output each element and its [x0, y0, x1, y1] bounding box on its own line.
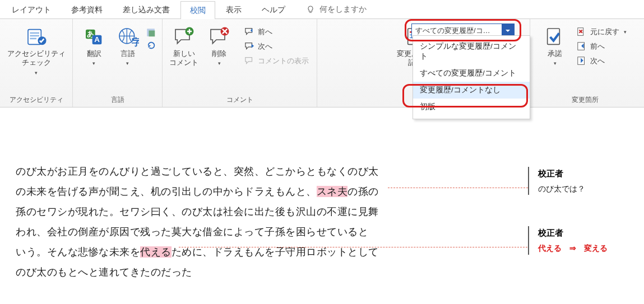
svg-rect-1: [30, 32, 39, 34]
display-for-review-menu: シンプルな変更履歴/コメント すべての変更履歴/コメント 変更履歴/コメントなし…: [413, 35, 530, 119]
combo-selected-text: すべての変更履歴/コ…: [412, 26, 502, 36]
delete-comment-icon: [208, 26, 230, 48]
tab-mailings[interactable]: 差し込み文書: [113, 1, 179, 18]
text-line: いう。そんな悲惨な未来を代えるために、ドラえもんを子守用ロボットとして: [16, 242, 521, 262]
tracked-insertion: 代える: [140, 246, 172, 258]
svg-text:字: 字: [131, 37, 138, 48]
group-label-changes: 変更箇所: [572, 92, 599, 106]
reject-icon: [577, 27, 587, 37]
new-comment-button[interactable]: 新しい コメント: [167, 22, 201, 71]
accept-change-button[interactable]: 承諾 ▾: [540, 22, 570, 69]
combo-option-original[interactable]: 初版: [413, 99, 530, 115]
comment-connector-line: [179, 247, 527, 247]
comment-balloon[interactable]: 校正者 のび太では？: [528, 167, 608, 195]
ribbon-body: アクセシビリティ チェック ▾ アクセシビリティ あ A 翻訳 ▾: [0, 19, 644, 107]
svg-rect-3: [30, 38, 36, 40]
next-change-button[interactable]: 次へ: [573, 55, 630, 67]
combo-option-simple[interactable]: シンプルな変更履歴/コメント: [413, 38, 530, 65]
tab-layout[interactable]: レイアウト: [2, 1, 61, 18]
text-line: の未来を告げる声が聞こえ、机の引出しの中からドラえもんと、スネ夫の孫の: [16, 181, 521, 202]
lightbulb-icon: [306, 5, 315, 14]
reject-change-button[interactable]: 元に戻す ▾: [573, 26, 630, 38]
dropdown-caret-icon: ▾: [218, 60, 221, 66]
comment-author: 校正者: [538, 226, 608, 240]
tracked-insertion: スネ夫: [317, 186, 348, 197]
accessibility-icon: [25, 26, 48, 48]
tab-references[interactable]: 参考資料: [62, 1, 112, 18]
show-comments-button: コメントの表示: [241, 55, 312, 67]
prev-comment-icon: [244, 27, 254, 37]
language-icon: 字: [117, 26, 139, 48]
previous-change-button[interactable]: 前へ: [573, 40, 630, 53]
translate-button[interactable]: あ A 翻訳 ▾: [79, 22, 109, 69]
svg-rect-12: [149, 31, 155, 37]
accessibility-check-button[interactable]: アクセシビリティ チェック ▾: [5, 22, 68, 79]
prev-change-icon: [577, 41, 587, 52]
new-comment-icon: [173, 26, 195, 48]
update-input-icon[interactable]: [146, 28, 156, 38]
group-label-language: 言語: [111, 92, 124, 106]
dropdown-caret-icon: ▾: [126, 60, 129, 66]
combo-option-none[interactable]: 変更履歴/コメントなし: [413, 82, 530, 99]
svg-rect-2: [30, 35, 39, 37]
document-area: のび太がお正月をのんびりと過ごしていると、突然、どこからともなくのび太 の未来を…: [0, 107, 644, 282]
tell-me-search[interactable]: 何をしますか: [306, 4, 367, 15]
comment-body: のび太では？: [538, 183, 608, 195]
group-label-comment: コメント: [226, 92, 253, 106]
next-comment-icon: [244, 41, 254, 52]
delete-comment-button[interactable]: 削除 ▾: [204, 22, 234, 69]
next-change-icon: [577, 56, 587, 66]
show-comments-icon: [244, 56, 254, 66]
translate-icon: あ A: [83, 26, 105, 48]
language-button[interactable]: 字 言語 ▾: [113, 22, 143, 69]
comment-author: 校正者: [538, 167, 608, 180]
text-line: 孫のセワシが現れた。セワシ曰く、のび太は社会に出た後も沢山の不運に見舞: [16, 202, 521, 222]
text-line: のび太のもとへと連れてきたのだった: [16, 262, 521, 282]
chevron-down-icon: [505, 28, 511, 34]
document-body[interactable]: のび太がお正月をのんびりと過ごしていると、突然、どこからともなくのび太 の未来を…: [0, 161, 521, 282]
comment-connector-line: [388, 188, 528, 188]
combo-option-all[interactable]: すべての変更履歴/コメント: [413, 65, 530, 82]
dropdown-caret-icon: ▾: [92, 60, 95, 66]
refresh-icon[interactable]: [146, 40, 156, 50]
accept-icon: [544, 26, 566, 48]
dropdown-caret-icon: ▾: [554, 60, 557, 66]
dropdown-caret-icon: ▾: [35, 70, 38, 76]
next-comment-button[interactable]: 次へ: [241, 40, 312, 53]
tab-help[interactable]: ヘルプ: [252, 1, 295, 18]
comment-body: 代える ⇒ 変える: [538, 242, 608, 254]
tab-review[interactable]: 校閲: [180, 1, 215, 19]
text-line: われ、会社の倒産が原因で残った莫大な借金によって子孫を困らせていると: [16, 222, 521, 242]
tab-view[interactable]: 表示: [216, 1, 251, 18]
tell-me-placeholder: 何をしますか: [319, 4, 367, 15]
group-label-accessibility: アクセシビリティ: [10, 92, 63, 106]
previous-comment-button[interactable]: 前へ: [241, 26, 312, 38]
comment-balloon[interactable]: 校正者 代える ⇒ 変える: [528, 226, 608, 254]
text-line: のび太がお正月をのんびりと過ごしていると、突然、どこからともなくのび太: [16, 161, 521, 181]
comments-pane: 校正者 のび太では？ 校正者 代える ⇒ 変える: [528, 161, 608, 282]
ribbon-tabs: レイアウト 参考資料 差し込み文書 校閲 表示 ヘルプ 何をしますか: [0, 0, 644, 19]
svg-text:A: A: [94, 35, 100, 44]
